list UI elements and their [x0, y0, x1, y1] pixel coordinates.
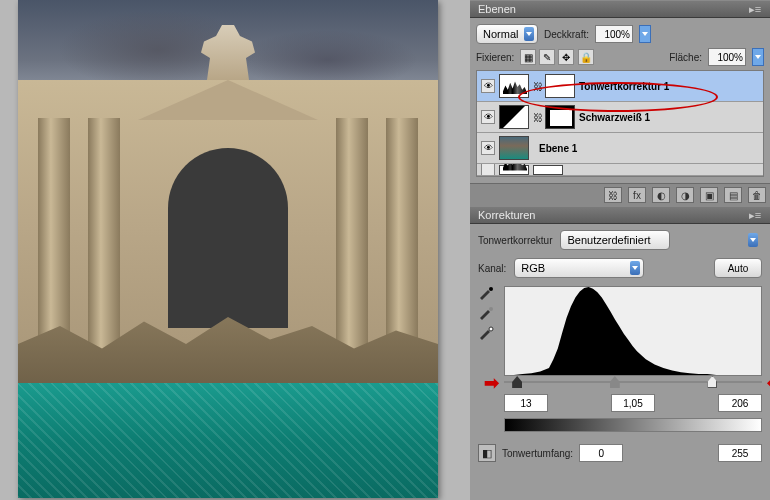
output-gradient[interactable]	[504, 418, 762, 432]
add-mask-icon[interactable]: ◐	[652, 187, 670, 203]
canvas-workspace	[0, 0, 458, 500]
gamma-handle[interactable]	[610, 376, 620, 388]
adjustment-thumb-bw[interactable]	[499, 105, 529, 129]
lock-pixels-icon[interactable]: ✎	[539, 49, 555, 65]
histogram-curve	[505, 287, 729, 375]
visibility-toggle-icon[interactable]: 👁	[481, 110, 495, 124]
new-group-icon[interactable]: ▣	[700, 187, 718, 203]
layer-name-label: Ebene 1	[539, 143, 577, 154]
adjustment-thumb[interactable]	[499, 165, 529, 175]
lock-position-icon[interactable]: ✥	[558, 49, 574, 65]
visibility-toggle-icon[interactable]	[481, 164, 495, 176]
fill-flyout-icon[interactable]	[752, 48, 764, 66]
preset-select[interactable]: Benutzerdefiniert	[560, 230, 670, 250]
side-panels: Ebenen ▸≡ Normal Deckkraft: Fixieren: ▦ …	[470, 0, 770, 500]
opacity-flyout-icon[interactable]	[639, 25, 651, 43]
lock-transparency-icon[interactable]: ▦	[520, 49, 536, 65]
black-point-eyedropper-icon[interactable]	[478, 286, 496, 300]
delete-layer-icon[interactable]: 🗑	[748, 187, 766, 203]
layers-panel-header: Ebenen ▸≡	[470, 0, 770, 18]
new-layer-icon[interactable]: ▤	[724, 187, 742, 203]
panel-menu-icon[interactable]: ▸≡	[748, 3, 762, 16]
layer-row-schwarzweiss[interactable]: 👁 ⛓ Schwarzweiß 1	[477, 102, 763, 133]
output-white-field[interactable]	[718, 444, 762, 462]
svg-point-2	[489, 327, 493, 331]
blend-mode-select[interactable]: Normal	[476, 24, 538, 44]
link-icon[interactable]: ⛓	[533, 112, 541, 123]
auto-button[interactable]: Auto	[714, 258, 762, 278]
layer-mask-thumb[interactable]	[545, 105, 575, 129]
output-black-field[interactable]	[579, 444, 623, 462]
adjustments-panel-title: Korrekturen	[478, 209, 535, 221]
layers-list: 👁 ⛓ Tonwertkorrektur 1 👁 ⛓ Schwarzweiß 1…	[476, 70, 764, 177]
adjustments-panel-body: Tonwertkorrektur Benutzerdefiniert Kanal…	[470, 224, 770, 500]
document-image[interactable]	[18, 0, 438, 498]
input-levels-slider[interactable]: ➡ ⬅	[504, 376, 762, 390]
panel-menu-icon[interactable]: ▸≡	[748, 209, 762, 222]
white-point-eyedropper-icon[interactable]	[478, 326, 496, 340]
svg-point-0	[489, 287, 493, 291]
adjustment-type-label: Tonwertkorrektur	[478, 235, 552, 246]
layers-footer: ⛓ fx ◐ ◑ ▣ ▤ 🗑	[470, 183, 770, 206]
link-layers-icon[interactable]: ⛓	[604, 187, 622, 203]
clip-to-layer-icon[interactable]: ◧	[478, 444, 496, 462]
link-icon[interactable]: ⛓	[533, 81, 541, 92]
output-range-label: Tonwertumfang:	[502, 448, 573, 459]
opacity-label: Deckkraft:	[544, 29, 589, 40]
channel-label: Kanal:	[478, 263, 506, 274]
layer-name-label: Schwarzweiß 1	[579, 112, 650, 123]
new-adjustment-icon[interactable]: ◑	[676, 187, 694, 203]
fill-label: Fläche:	[669, 52, 702, 63]
layers-panel-title: Ebenen	[478, 3, 516, 15]
gray-point-eyedropper-icon[interactable]	[478, 306, 496, 320]
layer-mask-thumb[interactable]	[545, 74, 575, 98]
levels-histogram	[504, 286, 762, 376]
layer-row-truncated[interactable]	[477, 164, 763, 176]
layer-fx-icon[interactable]: fx	[628, 187, 646, 203]
layers-panel-body: Normal Deckkraft: Fixieren: ▦ ✎ ✥ 🔒 Fläc…	[470, 18, 770, 183]
adjustment-thumb-levels[interactable]	[499, 74, 529, 98]
layer-mask-thumb[interactable]	[533, 165, 563, 175]
adjustments-panel-header: Korrekturen ▸≡	[470, 206, 770, 224]
layer-row-ebene1[interactable]: 👁 Ebene 1	[477, 133, 763, 164]
annotation-arrow-left: ➡	[484, 372, 499, 394]
input-black-field[interactable]	[504, 394, 548, 412]
svg-point-1	[489, 307, 493, 311]
visibility-toggle-icon[interactable]: 👁	[481, 141, 495, 155]
layer-row-tonwertkorrektur[interactable]: 👁 ⛓ Tonwertkorrektur 1	[477, 71, 763, 102]
opacity-input[interactable]	[595, 25, 633, 43]
channel-select[interactable]: RGB	[514, 258, 644, 278]
layer-name-label: Tonwertkorrektur 1	[579, 81, 669, 92]
layer-thumb-image[interactable]	[499, 136, 529, 160]
lock-icons-group: ▦ ✎ ✥ 🔒	[520, 49, 593, 65]
panel-gutter	[458, 0, 470, 500]
input-white-field[interactable]	[718, 394, 762, 412]
black-point-handle[interactable]	[512, 376, 522, 388]
fill-input[interactable]	[708, 48, 746, 66]
lock-label: Fixieren:	[476, 52, 514, 63]
input-gamma-field[interactable]	[611, 394, 655, 412]
white-point-handle[interactable]	[707, 376, 717, 388]
eyedropper-tools	[478, 286, 496, 340]
lock-all-icon[interactable]: 🔒	[578, 49, 594, 65]
visibility-toggle-icon[interactable]: 👁	[481, 79, 495, 93]
